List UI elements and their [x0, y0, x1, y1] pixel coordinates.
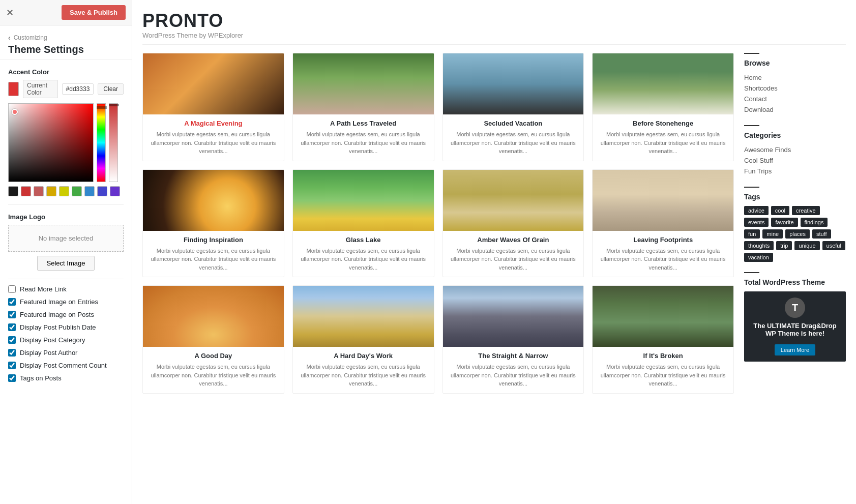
- sidebar-category-item[interactable]: Fun Trips: [744, 166, 846, 176]
- back-arrow-icon[interactable]: ‹: [8, 34, 11, 42]
- post-card-image: [443, 286, 584, 347]
- sidebar-browse-title: Browse: [744, 59, 846, 67]
- tag-badge[interactable]: unique: [794, 241, 819, 250]
- checkbox-input-0[interactable]: [8, 285, 16, 293]
- posts-row-3: A Good DayMorbi vulputate egestas sem, e…: [142, 285, 734, 394]
- post-card-title[interactable]: A Good Day: [148, 352, 279, 360]
- accent-color-row: Current Color #dd3333 Clear: [8, 80, 124, 98]
- post-card-title[interactable]: A Path Less Traveled: [298, 120, 429, 127]
- checkbox-label-3: Display Post Publish Date: [20, 323, 96, 331]
- image-logo-section: Image Logo No image selected Select Imag…: [8, 204, 124, 271]
- checkbox-row: Tags on Posts: [8, 374, 124, 382]
- checkbox-input-7[interactable]: [8, 374, 16, 382]
- color-gradient-canvas[interactable]: [8, 103, 94, 182]
- post-card-body: If It's BrokenMorbi vulputate egestas se…: [593, 347, 733, 393]
- color-swatch-item[interactable]: [59, 186, 69, 196]
- post-card-image: [293, 286, 434, 347]
- widget-ad-button[interactable]: Learn More: [775, 344, 815, 355]
- select-image-button[interactable]: Select Image: [37, 256, 95, 271]
- post-card-image: [443, 170, 584, 231]
- sidebar-tags: Tags advicecoolcreativeeventsfavoritefin…: [744, 187, 846, 262]
- tag-badge[interactable]: findings: [801, 218, 828, 227]
- tag-badge[interactable]: favorite: [771, 218, 798, 227]
- tag-badge[interactable]: places: [785, 229, 810, 239]
- color-swatch[interactable]: [8, 82, 19, 96]
- post-card-excerpt: Morbi vulputate egestas sem, eu cursus l…: [598, 130, 728, 156]
- checkbox-label-4: Display Post Category: [20, 336, 85, 344]
- post-card-title[interactable]: Amber Waves Of Grain: [448, 236, 579, 244]
- post-card-title[interactable]: Glass Lake: [298, 236, 429, 244]
- post-card-body: A Magical EveningMorbi vulputate egestas…: [143, 114, 284, 161]
- tag-badge[interactable]: useful: [822, 241, 845, 250]
- post-card-excerpt: Morbi vulputate egestas sem, eu cursus l…: [598, 363, 728, 388]
- color-swatch-item[interactable]: [8, 186, 18, 196]
- checkbox-input-3[interactable]: [8, 323, 16, 331]
- sidebar-browse-item[interactable]: Contact: [744, 94, 846, 104]
- checkbox-row: Featured Image on Posts: [8, 311, 124, 318]
- color-swatch-item[interactable]: [84, 186, 95, 196]
- checkbox-input-5[interactable]: [8, 349, 16, 357]
- post-card-body: Finding InspirationMorbi vulputate egest…: [143, 231, 284, 277]
- tag-badge[interactable]: vacation: [744, 253, 773, 262]
- customizing-label: ‹ Customizing: [8, 34, 124, 42]
- post-card-title[interactable]: A Hard Day's Work: [298, 352, 429, 360]
- color-picker-area[interactable]: [8, 103, 124, 196]
- post-card-body: Secluded VacationMorbi vulputate egestas…: [443, 114, 584, 161]
- sidebar-browse-item[interactable]: Download: [744, 104, 846, 115]
- color-swatch-item[interactable]: [34, 186, 44, 196]
- sidebar-category-item[interactable]: Awesome Finds: [744, 144, 846, 155]
- tag-badge[interactable]: thoughts: [744, 241, 774, 250]
- close-button[interactable]: ✕: [6, 7, 14, 18]
- post-card-title[interactable]: Leaving Footprints: [598, 236, 728, 244]
- tag-badge[interactable]: mine: [762, 229, 783, 239]
- tag-badge[interactable]: creative: [792, 206, 820, 215]
- color-swatch-item[interactable]: [97, 186, 107, 196]
- sidebar-browse-item[interactable]: Home: [744, 72, 846, 83]
- post-card-title[interactable]: A Magical Evening: [148, 120, 279, 127]
- sidebar-browse-item[interactable]: Shortcodes: [744, 83, 846, 94]
- sidebar-widget: Total WordPress Theme T The ULTIMATE Dra…: [744, 272, 846, 362]
- post-card: A Good DayMorbi vulputate egestas sem, e…: [142, 285, 284, 394]
- clear-button[interactable]: Clear: [98, 83, 124, 95]
- accent-color-label: Accent Color: [8, 68, 124, 76]
- hue-slider[interactable]: [97, 103, 106, 182]
- sidebar-categories: Categories Awesome FindsCool StuffFun Tr…: [744, 125, 846, 176]
- page-title: Theme Settings: [8, 44, 124, 55]
- customizing-text: Customizing: [14, 34, 47, 41]
- checkbox-row: Display Post Comment Count: [8, 362, 124, 369]
- post-card-title[interactable]: Before Stonehenge: [598, 120, 728, 127]
- post-card-excerpt: Morbi vulputate egestas sem, eu cursus l…: [148, 247, 279, 272]
- save-publish-button[interactable]: Save & Publish: [62, 5, 126, 20]
- post-card-title[interactable]: If It's Broken: [598, 352, 728, 360]
- sidebar-categories-title: Categories: [744, 131, 846, 139]
- checkbox-input-1[interactable]: [8, 298, 16, 306]
- post-card-image: [593, 170, 733, 231]
- checkbox-input-2[interactable]: [8, 311, 16, 318]
- image-logo-label: Image Logo: [8, 213, 124, 221]
- color-swatch-item[interactable]: [110, 186, 120, 196]
- color-picker-handle[interactable]: [12, 109, 18, 115]
- tag-badge[interactable]: trip: [776, 241, 792, 250]
- site-title: PRONTO: [142, 10, 846, 32]
- color-swatch-item[interactable]: [46, 186, 56, 196]
- color-swatch-item[interactable]: [72, 186, 82, 196]
- widget-ad-icon: T: [785, 298, 805, 318]
- alpha-slider[interactable]: [109, 103, 118, 182]
- post-card: Finding InspirationMorbi vulputate egest…: [142, 169, 284, 278]
- tag-badge[interactable]: events: [744, 218, 769, 227]
- color-swatch-item[interactable]: [21, 186, 31, 196]
- tag-badge[interactable]: stuff: [812, 229, 831, 239]
- checkbox-input-6[interactable]: [8, 362, 16, 369]
- post-card-title[interactable]: The Straight & Narrow: [448, 352, 579, 360]
- post-card-image: [593, 286, 733, 347]
- checkbox-input-4[interactable]: [8, 336, 16, 344]
- panel-body: Accent Color Current Color #dd3333 Clear: [0, 60, 132, 504]
- post-card-title[interactable]: Secluded Vacation: [448, 120, 579, 127]
- checkbox-label-6: Display Post Comment Count: [20, 362, 107, 369]
- tag-badge[interactable]: fun: [744, 229, 760, 239]
- tag-badge[interactable]: cool: [771, 206, 789, 215]
- tag-badge[interactable]: advice: [744, 206, 769, 215]
- post-card-title[interactable]: Finding Inspiration: [148, 236, 279, 244]
- sidebar-category-item[interactable]: Cool Stuff: [744, 155, 846, 166]
- post-card-excerpt: Morbi vulputate egestas sem, eu cursus l…: [148, 363, 279, 388]
